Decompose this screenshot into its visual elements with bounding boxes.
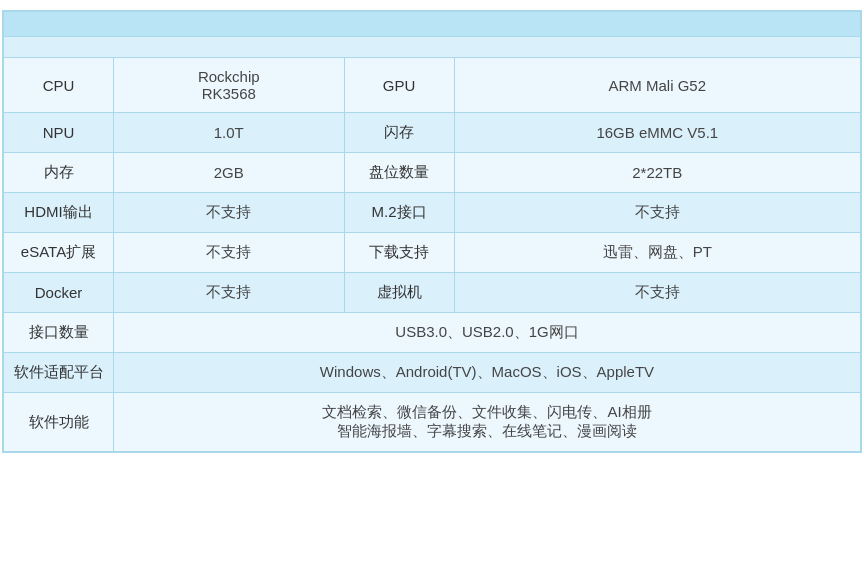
spec-value: 1.0T: [114, 113, 345, 153]
spec-label: 盘位数量: [344, 153, 454, 193]
spec-label: 接口数量: [4, 313, 114, 353]
spec-value: 不支持: [454, 273, 860, 313]
price-cell: [4, 37, 861, 58]
spec-label: 软件适配平台: [4, 353, 114, 393]
spec-value: 迅雷、网盘、PT: [454, 233, 860, 273]
spec-value: RockchipRK3568: [114, 58, 345, 113]
spec-label: 虚拟机: [344, 273, 454, 313]
title-cell: [4, 12, 861, 37]
spec-value: 不支持: [114, 193, 345, 233]
spec-label: HDMI输出: [4, 193, 114, 233]
spec-label: 闪存: [344, 113, 454, 153]
spec-value: 不支持: [114, 233, 345, 273]
spec-value: 16GB eMMC V5.1: [454, 113, 860, 153]
spec-value: 2GB: [114, 153, 345, 193]
spec-value: USB3.0、USB2.0、1G网口: [114, 313, 861, 353]
spec-value: 不支持: [454, 193, 860, 233]
spec-label: GPU: [344, 58, 454, 113]
spec-value: 不支持: [114, 273, 345, 313]
spec-label: CPU: [4, 58, 114, 113]
spec-label: 软件功能: [4, 393, 114, 452]
spec-label: NPU: [4, 113, 114, 153]
spec-value: 2*22TB: [454, 153, 860, 193]
spec-label: eSATA扩展: [4, 233, 114, 273]
spec-label: 内存: [4, 153, 114, 193]
spec-value: 文档检索、微信备份、文件收集、闪电传、AI相册智能海报墙、字幕搜索、在线笔记、漫…: [114, 393, 861, 452]
spec-value: Windows、Android(TV)、MacOS、iOS、AppleTV: [114, 353, 861, 393]
spec-value: ARM Mali G52: [454, 58, 860, 113]
spec-label: Docker: [4, 273, 114, 313]
spec-label: 下载支持: [344, 233, 454, 273]
spec-label: M.2接口: [344, 193, 454, 233]
